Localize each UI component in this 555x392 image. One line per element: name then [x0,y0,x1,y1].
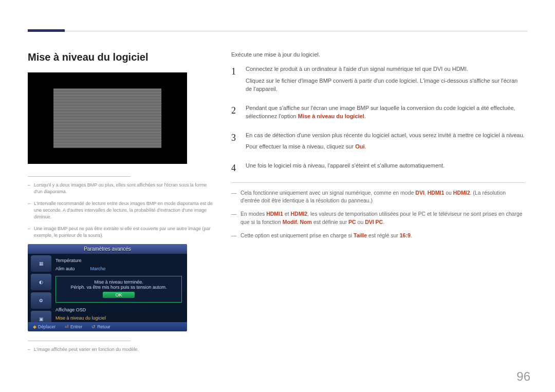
step-paragraph: Pendant que s'affiche sur l'écran une im… [246,104,525,121]
osd-sidebar-icons: ▦ ◐ ✿ ▣ [31,255,51,327]
text: . [365,143,366,150]
subnote-item: Cette option est uniquement prise en cha… [231,232,525,240]
emphasis: Oui [355,143,364,150]
text: Cliquez sur le fichier d'image BMP conve… [246,78,517,92]
text: . [411,232,412,238]
step-number: 3 [231,131,238,154]
emphasis: HDMI2 [453,190,470,196]
osd-label: Affichage OSD [55,307,86,312]
step-number: 1 [231,65,238,97]
emphasis: Modif. Nom [283,219,312,225]
right-column: Exécute une mise à jour du logiciel. 1Co… [231,51,525,245]
subnotes-list: Cela fonctionne uniquement avec un signa… [231,189,525,240]
step-paragraph: Connectez le produit à un ordinateur à l… [246,65,525,73]
subnote-item: En modes HDMI1 et HDMI2, les valeurs de … [231,210,525,227]
osd-ok-button: OK [103,292,134,298]
emphasis: HDMI1 [428,190,445,196]
text: Une fois le logiciel mis à niveau, l'app… [246,162,445,169]
osd-screenshot: Paramètres avancés ▦ ◐ ✿ ▣ Température A… [28,244,187,331]
note-item: Une image BMP peut ne pas être extraite … [28,226,215,239]
osd-footer-return: ↺Retour [91,324,110,329]
emphasis: Mise à niveau du logiciel [298,113,364,119]
step-item: 3En cas de détection d'une version plus … [231,131,525,154]
text: . [364,113,366,119]
step-paragraph: En cas de détection d'une version plus r… [246,131,525,140]
step-body: Connectez le produit à un ordinateur à l… [246,65,525,97]
text: . [383,219,384,225]
header-rule [28,31,527,31]
header-accent [28,29,65,32]
emphasis: 16:9 [400,232,411,238]
text: est réglé sur [367,232,400,238]
emphasis: PC [348,219,356,225]
step-body: En cas de détection d'une version plus r… [246,131,525,154]
page-title: Mise à niveau du logiciel [28,51,215,63]
osd-row-software-upgrade: Mise à niveau du logiciel [55,314,182,322]
osd-label: Température [55,258,82,263]
text: Cela fonctionne uniquement avec un signa… [240,190,415,196]
emphasis: HDMI1 [266,211,283,217]
step-paragraph: Une fois le logiciel mis à niveau, l'app… [246,161,445,170]
text: est définie sur [312,219,348,225]
page-number: 96 [516,369,530,384]
step-item: 4Une fois le logiciel mis à niveau, l'ap… [231,161,525,175]
step-paragraph: Cliquez sur le fichier d'image BMP conve… [246,77,525,94]
text: Pendant que s'affiche sur l'écran une im… [246,105,515,120]
step-number: 4 [231,161,238,175]
osd-body: Température Alim auto Marche Mise à nive… [55,256,182,322]
step-body: Pendant que s'affiche sur l'écran une im… [246,104,525,124]
divider [28,341,131,341]
text: ou [356,219,365,225]
osd-footer-enter: ⏎Entrer [65,324,82,329]
note-item: Lorsqu'il y a deux images BMP ou plus, e… [28,182,215,195]
text: ou [444,190,453,196]
osd-row-temperature: Température [55,256,182,265]
osd-icon-setup: ✿ [31,292,51,309]
bmp-static-image [53,88,161,148]
text: Pour effectuer la mise à niveau, cliquez… [246,143,355,150]
emphasis: HDMI2 [290,211,307,217]
text: et [283,211,291,217]
emphasis: DVI [415,190,424,196]
osd-row-osd-display: Affichage OSD [55,306,182,314]
emphasis: Taille [354,232,367,238]
text: Connectez le produit à un ordinateur à l… [246,66,468,72]
osd-footer-move: ◆Déplacer [33,324,55,329]
divider [28,176,131,177]
osd-popup-line2: Périph. va être mis hors puis ss tension… [60,285,177,290]
step-item: 2Pendant que s'affiche sur l'écran une i… [231,104,525,124]
osd-highlight-label: Mise à niveau du logiciel [55,315,106,321]
left-column: Mise à niveau du logiciel Lorsqu'il y a … [28,51,215,358]
step-body: Une fois le logiciel mis à niveau, l'app… [246,161,445,175]
osd-value: Marche [90,266,106,271]
osd-footer: ◆Déplacer ⏎Entrer ↺Retour [28,322,187,331]
emphasis: DVI PC [365,219,383,225]
osd-title: Paramètres avancés [28,244,187,254]
text: En modes [240,211,266,217]
model-note: L'image affichée peut varier en fonction… [28,346,215,353]
step-number: 2 [231,104,238,124]
osd-icon-picture: ▦ [31,255,51,272]
osd-label: Alim auto [55,266,75,271]
step-paragraph: Pour effectuer la mise à niveau, cliquez… [246,142,525,151]
left-notes-list: Lorsqu'il y a deux images BMP ou plus, e… [28,182,215,239]
bmp-preview-frame [28,72,187,164]
note-item: L'intervalle recommandé de lecture entre… [28,200,215,220]
osd-row-autopower: Alim auto Marche [55,265,182,273]
divider [231,182,525,183]
subnote-item: Cela fonctionne uniquement avec un signa… [231,189,525,206]
osd-popup: Mise à niveau terminée. Périph. va être … [55,276,182,303]
text: Cette option est uniquement prise en cha… [240,232,354,238]
steps-list: 1Connectez le produit à un ordinateur à … [231,65,525,175]
osd-popup-line1: Mise à niveau terminée. [60,279,177,285]
model-note-list: L'image affichée peut varier en fonction… [28,346,215,353]
step-item: 1Connectez le produit à un ordinateur à … [231,65,525,97]
intro-text: Exécute une mise à jour du logiciel. [231,51,525,58]
text: En cas de détection d'une version plus r… [246,132,525,138]
osd-icon-sound: ◐ [31,274,51,290]
